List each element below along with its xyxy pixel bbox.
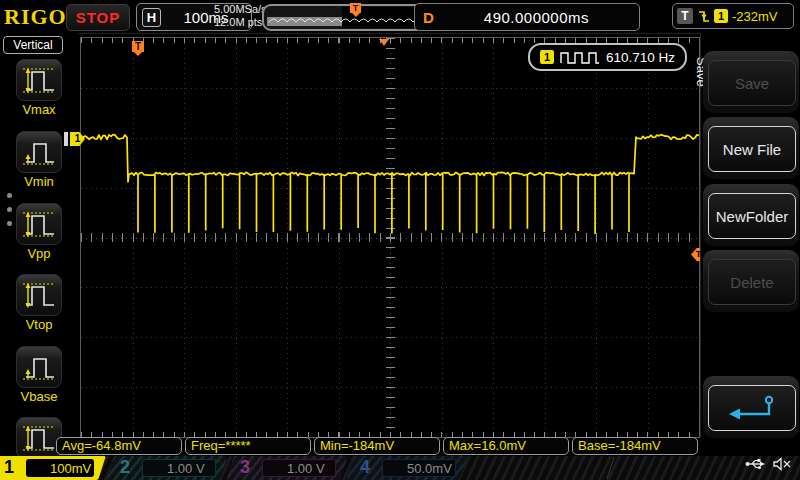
oscilloscope-screen: RIGOL STOP H 100ms 5.00MSa/s 12.0M pts T… — [0, 0, 800, 480]
horizontal-label: H — [142, 8, 161, 27]
sidebar-item-label: Vbase — [12, 389, 66, 404]
vtop-icon — [16, 274, 62, 316]
softkey-menu: Save Save New File NewFolder Delete — [700, 33, 800, 437]
sidebar-item-label: Vmax — [12, 102, 66, 117]
delay-value: 490.000000ms — [434, 9, 639, 26]
trigger-source-badge: 1 — [714, 9, 728, 23]
statusbar-divider — [606, 457, 614, 479]
top-status-bar: RIGOL STOP H 100ms 5.00MSa/s 12.0M pts T… — [0, 0, 800, 34]
sidebar-item-vtop[interactable]: Vtop — [12, 274, 66, 332]
speaker-muted-icon — [773, 457, 792, 471]
usb-icon — [745, 458, 765, 470]
vmax-icon — [16, 59, 62, 101]
counter-value: 610.710 Hz — [606, 50, 675, 65]
sidebar-page-dots — [7, 193, 12, 226]
center-delay-marker — [379, 39, 389, 46]
new-file-button[interactable]: New File — [708, 126, 796, 172]
sidebar-item-vmax[interactable]: Vmax — [12, 59, 66, 117]
channel4-number: 4 — [360, 457, 370, 478]
channel1-number: 1 — [4, 457, 14, 478]
trigger-level-value: -232mV — [732, 9, 778, 24]
sidebar-item-label: Vpp — [12, 246, 66, 261]
channel4-scale: 50.0mV — [407, 461, 452, 476]
measurement-min: Min=-184mV — [314, 437, 440, 455]
sidebar-item-label: Vmin — [12, 174, 66, 189]
return-arrow-icon — [723, 393, 781, 423]
acquisition-info: 5.00MSa/s 12.0M pts — [214, 3, 267, 29]
trigger-label: T — [677, 8, 693, 24]
measurement-sidebar: Vertical Vmax — [0, 33, 78, 437]
counter-source-badge: 1 — [540, 50, 554, 64]
falling-edge-icon — [697, 9, 710, 24]
save-button[interactable]: Save — [708, 60, 796, 106]
sidebar-item-vpp[interactable]: Vpp — [12, 203, 66, 261]
thumbnail-trigger-marker: T — [350, 3, 361, 13]
vpp-icon — [16, 203, 62, 245]
sidebar-item-vmin[interactable]: Vmin — [12, 131, 66, 189]
sidebar-item-label: Vtop — [12, 317, 66, 332]
trigger-position-marker[interactable]: T — [132, 41, 144, 52]
channel3-number: 3 — [240, 457, 250, 478]
channel2-status[interactable]: 2 1.00 V — [106, 456, 228, 480]
vmin-icon — [16, 131, 62, 173]
new-folder-button[interactable]: NewFolder — [708, 193, 796, 239]
system-status-icons — [745, 457, 792, 471]
measurement-base: Base=-184mV — [572, 437, 698, 455]
square-wave-icon — [560, 51, 600, 64]
delay-box: D 490.000000ms — [414, 3, 640, 31]
vbase-icon — [16, 346, 62, 388]
waveform-display: 1 T T 1 610.710 Hz — [80, 37, 700, 438]
channel2-scale: 1.00 V — [167, 461, 205, 476]
channel2-number: 2 — [120, 457, 130, 478]
measurement-freq: Freq=***** — [185, 437, 311, 455]
memory-depth: 12.0M pts — [214, 16, 267, 29]
back-button[interactable] — [708, 385, 796, 431]
channel3-scale: 1.00 V — [287, 461, 325, 476]
channel3-status[interactable]: 3 1.00 V — [226, 456, 348, 480]
channel-status-bar: 1 100mV 2 1.00 V 3 1.00 V — [0, 456, 800, 480]
channel1-status[interactable]: 1 100mV — [0, 456, 106, 480]
trigger-info-box: T 1 -232mV — [672, 3, 794, 29]
channel4-status[interactable]: 4 50.0mV — [346, 456, 468, 480]
sidebar-item-vbase[interactable]: Vbase — [12, 346, 66, 404]
sidebar-title: Vertical — [3, 36, 63, 54]
channel1-scale: 100mV — [50, 461, 91, 476]
delay-label: D — [423, 9, 434, 26]
sample-rate: 5.00MSa/s — [214, 3, 267, 16]
measurement-avg: Avg=-64.8mV — [56, 437, 182, 455]
run-state-indicator: STOP — [66, 4, 130, 31]
delete-button[interactable]: Delete — [708, 259, 796, 305]
channel1-trace — [81, 38, 699, 437]
measurement-max: Max=16.0mV — [443, 437, 569, 455]
sidebar-tab-indicator — [64, 132, 68, 146]
measurement-results-bar: Avg=-64.8mV Freq=***** Min=-184mV Max=16… — [56, 437, 698, 455]
frequency-counter: 1 610.710 Hz — [528, 43, 687, 71]
